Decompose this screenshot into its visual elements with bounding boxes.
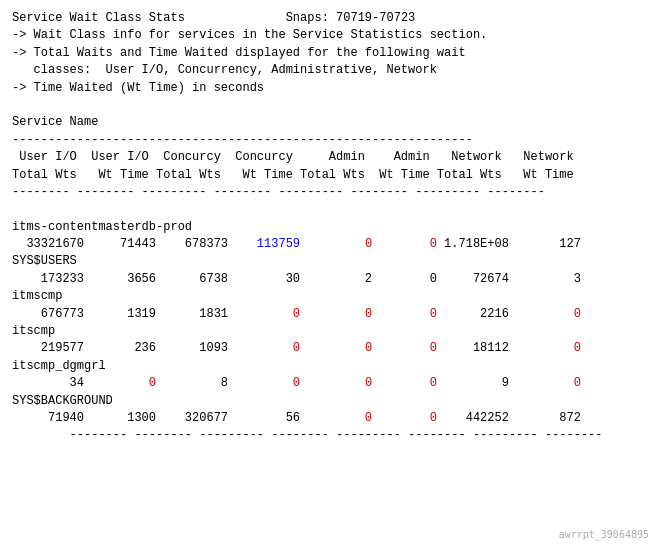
col-header-2: Total Wts Wt Time Total Wts Wt Time Tota…	[12, 168, 574, 182]
row-vals-5: 34 0 8 0 0 0 9 0	[12, 376, 581, 390]
separator-2: -------- -------- --------- -------- ---…	[12, 185, 545, 199]
info-line-2: -> Total Waits and Time Waited displayed…	[12, 46, 466, 60]
row-vals-4: 219577 236 1093 0 0 0 18112 0	[12, 341, 581, 355]
row-vals-2: 173233 3656 6738 30 2 0 72674 3	[12, 272, 581, 286]
row-name-3: itmscmp	[12, 289, 62, 303]
report-container: Service Wait Class Stats Snaps: 70719-70…	[12, 10, 645, 445]
row-name-2: SYS$USERS	[12, 254, 77, 268]
title-left: Service Wait Class Stats	[12, 11, 185, 25]
row-vals-3: 676773 1319 1831 0 0 0 2216 0	[12, 307, 581, 321]
service-name-label: Service Name	[12, 115, 98, 129]
separator-1: ----------------------------------------…	[12, 133, 473, 147]
row-vals-1: 33321670 71443 678373 113759 0 0 1.718E+…	[12, 237, 581, 251]
row-name-5: itscmp_dgmgrl	[12, 359, 106, 373]
row-name-4: itscmp	[12, 324, 55, 338]
row-name-6: SYS$BACKGROUND	[12, 394, 113, 408]
info-line-3: classes: User I/O, Concurrency, Administ…	[12, 63, 437, 77]
row-name-1: itms-contentmasterdb-prod	[12, 220, 192, 234]
title-right: Snaps: 70719-70723	[286, 11, 416, 25]
footer-separator: -------- -------- --------- -------- ---…	[12, 428, 603, 442]
info-line-4: -> Time Waited (Wt Time) in seconds	[12, 81, 264, 95]
watermark: awrrpt_39064895	[559, 529, 649, 540]
info-line-1: -> Wait Class info for services in the S…	[12, 28, 487, 42]
row-vals-6: 71940 1300 320677 56 0 0 442252 872	[12, 411, 581, 425]
col-header-1: User I/O User I/O Concurcy Concurcy Admi…	[12, 150, 574, 164]
report-content: Service Wait Class Stats Snaps: 70719-70…	[12, 10, 645, 445]
